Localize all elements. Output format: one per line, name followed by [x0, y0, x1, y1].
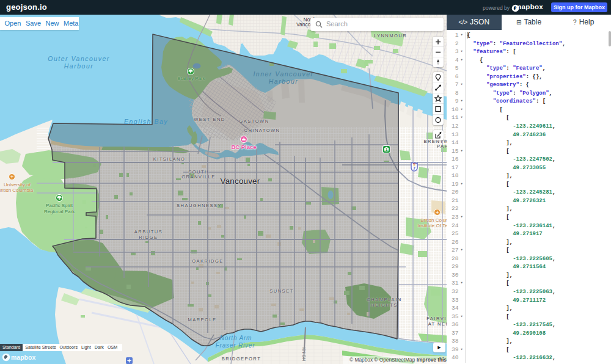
svg-text:1: 1	[386, 147, 388, 151]
svg-text:7: 7	[413, 166, 415, 170]
svg-text:mapbox: mapbox	[11, 354, 35, 361]
